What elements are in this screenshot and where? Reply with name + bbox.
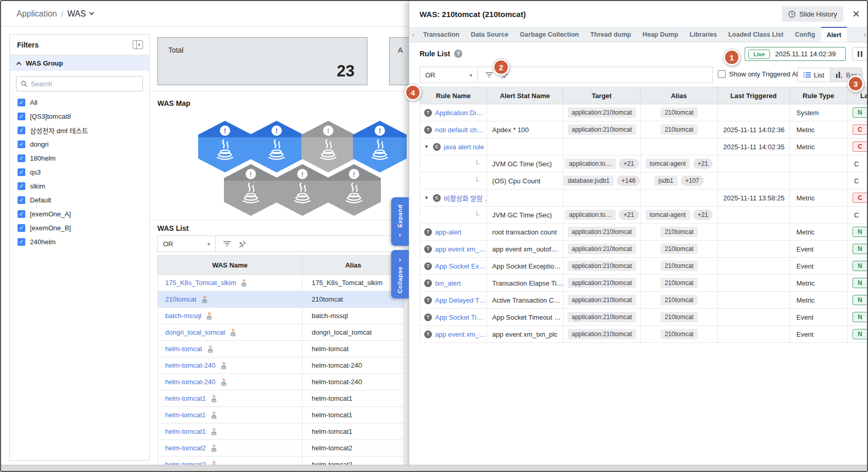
was-hexagon[interactable]: !: [353, 121, 407, 172]
partial-summary-card[interactable]: A: [389, 37, 409, 85]
rule-name-link[interactable]: txn_alert: [435, 279, 461, 287]
table-row[interactable]: helm-tomcat-240helm-tomcat-240: [157, 357, 405, 374]
was-name-link[interactable]: helm-tomcat: [165, 345, 202, 353]
rule-row[interactable]: Tapp-alertroot transaction countapplicat…: [420, 224, 868, 241]
was-hexagon[interactable]: !: [224, 164, 278, 216]
rule-row[interactable]: Tapp event xm_…app event xm_txn_plcappli…: [420, 326, 868, 343]
checkbox-checked[interactable]: ✓: [18, 140, 25, 148]
checkbox-checked[interactable]: ✓: [18, 127, 25, 134]
tab-heap-dump[interactable]: Heap Dump: [637, 27, 684, 42]
checkbox-checked[interactable]: ✓: [18, 182, 25, 190]
was-name-link[interactable]: helm-tomcat1: [165, 411, 206, 419]
rule-row[interactable]: ▼Cjava alert rule …2025-11-11 14:02:35Me…: [420, 138, 868, 155]
checkbox-checked[interactable]: ✓: [18, 196, 25, 204]
column-header[interactable]: Rule Type: [790, 87, 848, 104]
filter-item[interactable]: ✓qs3: [10, 165, 149, 179]
tab-libraries[interactable]: Libraries: [684, 27, 722, 42]
table-row[interactable]: helm-tomcat-240helm-tomcat-240: [157, 374, 405, 390]
rule-name-link[interactable]: app event xm_…: [435, 245, 486, 253]
rule-name-link[interactable]: app-alert: [435, 228, 461, 236]
collapse-tab[interactable]: › Collapse: [391, 250, 409, 298]
was-hexagon[interactable]: !: [327, 164, 381, 216]
rule-row[interactable]: └(OS) Cpu Countdatabase:jsdb1+146jsdb1+1…: [420, 172, 868, 190]
table-row[interactable]: helm-tomcat1helm-tomcat1: [157, 407, 405, 423]
rule-row[interactable]: ▼C비활성화 알람 …2025-11-11 13:58:25MetricC: [420, 190, 868, 207]
rule-row[interactable]: Tapp event xm_…app event xm_outof…applic…: [420, 241, 868, 258]
tab-config[interactable]: Config: [789, 27, 821, 42]
horizontal-scrollbar[interactable]: [1, 465, 867, 471]
was-name-link[interactable]: helm-tomcat1: [165, 395, 206, 402]
checkbox-checked[interactable]: ✓: [18, 224, 25, 232]
checkbox-unchecked[interactable]: [718, 70, 726, 78]
filter-item[interactable]: ✓180helm: [10, 151, 149, 165]
rule-row[interactable]: Tnoti default ch…Apdex * 100application:…: [420, 121, 868, 138]
tab-alert[interactable]: Alert: [821, 27, 847, 42]
rule-name-link[interactable]: App Socket Ti…: [435, 313, 483, 321]
checkbox-checked[interactable]: ✓: [18, 238, 25, 246]
table-row[interactable]: batch-mssqlbatch-mssql: [157, 308, 405, 324]
filter-item[interactable]: ✓240helm: [10, 235, 149, 249]
rule-row[interactable]: └JVM GC Time (Sec)application:to…+21tomc…: [420, 155, 868, 172]
expand-tab[interactable]: Expand ‹: [391, 197, 409, 246]
filter-icon[interactable]: [485, 71, 493, 78]
filter-icon[interactable]: [223, 240, 231, 247]
rule-name-link[interactable]: app event xm_…: [435, 331, 486, 338]
rule-name-link[interactable]: Application:Di…: [435, 109, 483, 117]
column-header[interactable]: Alias: [302, 256, 404, 274]
filter-item[interactable]: ✓slkim: [10, 179, 149, 193]
rule-name-link[interactable]: 비활성화 알람 …: [444, 193, 487, 203]
rule-name-link[interactable]: noti default ch…: [435, 126, 484, 134]
tab-loaded-class-list[interactable]: Loaded Class List: [722, 27, 789, 42]
was-group-header[interactable]: WAS Group: [10, 55, 149, 71]
total-card[interactable]: Total 23: [157, 37, 367, 85]
rule-row[interactable]: TApp Delayed T…Active Transaction C…appl…: [420, 292, 868, 309]
checkbox-checked[interactable]: ✓: [18, 154, 25, 162]
collapse-panel-icon[interactable]: [133, 40, 143, 49]
slide-history-button[interactable]: Slide History: [782, 6, 843, 22]
rule-row[interactable]: └JVM GC Time (Sec)application:to…+21tomc…: [420, 207, 868, 224]
pause-button[interactable]: [852, 47, 867, 61]
filter-item[interactable]: ✓삼성전자 dmf 테스트: [10, 123, 149, 137]
breadcrumb-application[interactable]: Application: [17, 9, 57, 19]
was-name-link[interactable]: 175_K8s_Tomcat_slkim: [165, 279, 236, 287]
chevron-down-icon[interactable]: [89, 10, 94, 15]
table-row[interactable]: helm-tomcat2helm-tomcat2: [157, 457, 405, 465]
tab-data-source[interactable]: Data Source: [465, 27, 514, 42]
was-hexagon[interactable]: !: [301, 121, 355, 172]
operator-select[interactable]: OR ▾: [158, 236, 216, 251]
column-header[interactable]: WAS Name: [158, 256, 302, 274]
filter-item[interactable]: ✓[exemOne_A]: [10, 207, 149, 221]
checkbox-checked[interactable]: ✓: [18, 168, 25, 176]
help-icon[interactable]: ?: [454, 50, 462, 58]
column-header[interactable]: Rule Name: [420, 87, 487, 104]
checkbox-checked[interactable]: ✓: [18, 113, 25, 120]
column-header[interactable]: Alert Stat Name: [487, 87, 564, 104]
close-icon[interactable]: ×: [853, 8, 860, 20]
live-time-box[interactable]: Live 2025.11.11 14:02:39: [745, 47, 846, 61]
filter-item[interactable]: ✓Default: [10, 193, 149, 207]
table-row[interactable]: helm-tomcat2helm-tomcat2: [157, 440, 405, 457]
rule-row[interactable]: Ttxn_alertTransaction Elapse Ti…applicat…: [420, 275, 868, 292]
rule-row[interactable]: TApp Socket Ti…App Socket Timeout …appli…: [420, 309, 868, 326]
operator-select[interactable]: OR ▾: [420, 67, 478, 83]
was-name-link[interactable]: helm-tomcat-240: [165, 361, 216, 369]
checkbox-checked[interactable]: ✓: [18, 99, 25, 106]
rule-name-link[interactable]: App Socket Ex…: [435, 262, 486, 270]
was-name-link[interactable]: helm-tomcat1: [165, 428, 206, 435]
rule-name-link[interactable]: java alert rule …: [444, 143, 487, 151]
table-row[interactable]: helm-tomcat1helm-tomcat1: [157, 423, 405, 440]
pin-icon[interactable]: [238, 240, 246, 248]
caret-down-icon[interactable]: ▼: [424, 195, 429, 200]
was-hexagon[interactable]: !: [276, 164, 329, 216]
filter-item[interactable]: ✓[exemOne_B]: [10, 221, 149, 235]
was-hexagon[interactable]: !: [198, 121, 252, 172]
show-only-triggered[interactable]: Show only Triggered Alert: [718, 70, 806, 78]
rule-row[interactable]: TApp Socket Ex…App Socket Exceptio…appli…: [420, 258, 868, 275]
filter-item[interactable]: ✓[QS3]tomcat8: [10, 109, 149, 123]
was-hexagon[interactable]: !: [250, 121, 303, 172]
rule-row[interactable]: TApplication:Di…application:210tomcat210…: [420, 104, 868, 121]
rule-name-link[interactable]: App Delayed T…: [435, 296, 486, 304]
table-row[interactable]: helm-tomcathelm-tomcat: [157, 341, 405, 357]
was-name-link[interactable]: batch-mssql: [165, 312, 201, 320]
was-name-link[interactable]: helm-tomcat2: [165, 444, 206, 452]
